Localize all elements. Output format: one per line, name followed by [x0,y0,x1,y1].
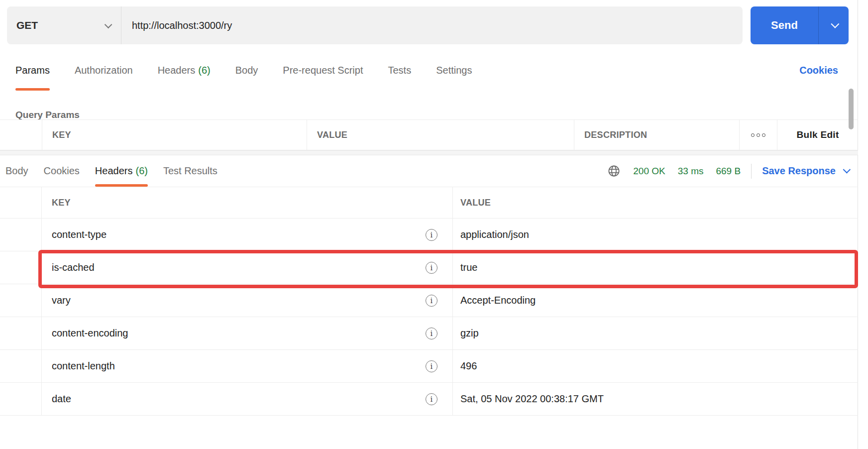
tab-tests[interactable]: Tests [388,50,411,91]
tab-count-badge: (6) [135,165,147,177]
header-key: content-length [52,360,115,372]
tab-label: Settings [436,65,472,76]
info-icon[interactable]: i [426,328,437,339]
request-url-bar: GET Send [7,6,849,44]
column-header-value: VALUE [453,187,858,218]
table-row: date i Sat, 05 Nov 2022 00:38:17 GMT [0,383,858,416]
tab-label: Headers [95,165,133,177]
tab-count-badge: (6) [198,65,210,76]
tab-label: Tests [388,65,411,76]
header-value: 496 [453,350,858,382]
column-header-value: VALUE [307,120,574,150]
header-value: true [453,251,858,284]
row-select-gutter [0,120,42,150]
header-value: gzip [453,317,858,349]
chevron-down-icon [843,166,851,174]
tab-settings[interactable]: Settings [436,50,472,91]
cookies-link[interactable]: Cookies [799,50,838,91]
chevron-down-icon [105,20,112,28]
chevron-down-icon [831,20,839,28]
response-status-bar: 200 OK 33 ms 669 B Save Response [607,155,848,187]
divider [751,164,752,179]
more-options-cell [739,120,777,150]
header-value: application/json [453,219,858,251]
response-tab-test-results[interactable]: Test Results [163,155,217,187]
tab-body[interactable]: Body [235,50,258,91]
table-row: vary i Accept-Encoding [0,284,858,317]
tab-headers[interactable]: Headers (6) [158,50,211,91]
row-select-gutter [0,219,42,251]
row-select-gutter [0,284,42,317]
response-headers-table: KEY VALUE content-type i application/jso… [0,187,858,416]
column-header-description: DESCRIPTION [574,120,739,150]
query-params-title: Query Params [15,110,80,120]
tab-label: Body [5,165,28,177]
tab-label: Body [235,65,258,76]
response-time: 33 ms [678,166,704,177]
tab-label: Test Results [163,165,217,177]
table-row: content-length i 496 [0,350,858,383]
tab-label: Params [15,65,50,76]
tab-label: Authorization [75,65,133,76]
response-tab-body[interactable]: Body [5,155,28,187]
pane-splitter[interactable] [0,150,858,155]
row-select-gutter [0,350,42,382]
bulk-edit-button[interactable]: Bulk Edit [796,129,839,140]
status-code: 200 OK [633,166,665,177]
send-button[interactable]: Send [751,6,849,44]
send-options-button[interactable] [819,6,849,44]
method-label: GET [16,19,38,31]
tab-params[interactable]: Params [15,50,50,91]
header-key: vary [52,295,71,306]
url-input[interactable] [121,6,743,44]
row-select-gutter [0,383,42,415]
info-icon[interactable]: i [426,229,437,241]
info-icon[interactable]: i [426,295,437,307]
request-tabs: Params Authorization Headers (6) Body Pr… [15,50,472,91]
column-header-key: KEY [42,120,307,150]
header-value: Accept-Encoding [453,284,858,317]
tab-label: Pre-request Script [283,65,363,76]
info-icon[interactable]: i [426,393,437,405]
row-select-gutter [0,187,42,218]
method-select[interactable]: GET [7,6,121,44]
table-row: content-encoding i gzip [0,317,858,350]
header-key: is-cached [52,262,95,273]
info-icon[interactable]: i [426,262,437,274]
bulk-edit-cell: Bulk Edit [777,120,858,150]
tab-label: Headers [158,65,196,76]
header-key: content-encoding [52,328,128,339]
app-window: GET Send Params Authorization Headers (6… [0,0,858,449]
table-row-highlighted: is-cached i true [0,251,858,284]
response-size: 669 B [716,166,741,177]
row-select-gutter [0,251,42,284]
tab-pre-request-script[interactable]: Pre-request Script [283,50,363,91]
network-globe-icon[interactable] [607,164,621,178]
table-header-row: KEY VALUE [0,187,858,219]
tab-label: Cookies [44,165,80,177]
send-button-label[interactable]: Send [751,6,818,44]
header-value: Sat, 05 Nov 2022 00:38:17 GMT [453,383,858,415]
table-row: content-type i application/json [0,219,858,251]
row-select-gutter [0,317,42,349]
column-header-key: KEY [42,187,453,218]
tab-authorization[interactable]: Authorization [75,50,133,91]
response-tab-headers[interactable]: Headers (6) [95,155,148,187]
vertical-scrollbar-thumb[interactable] [849,89,854,129]
query-params-header-row: KEY VALUE DESCRIPTION Bulk Edit [0,119,858,150]
more-options-icon[interactable] [751,133,765,137]
save-response-button[interactable]: Save Response [762,165,848,177]
url-group: GET [7,6,743,44]
header-key: content-type [52,229,107,240]
response-tab-cookies[interactable]: Cookies [44,155,80,187]
save-response-label: Save Response [762,165,836,177]
info-icon[interactable]: i [426,360,437,372]
response-tabs: Body Cookies Headers (6) Test Results [5,155,217,187]
header-key: date [52,393,71,405]
